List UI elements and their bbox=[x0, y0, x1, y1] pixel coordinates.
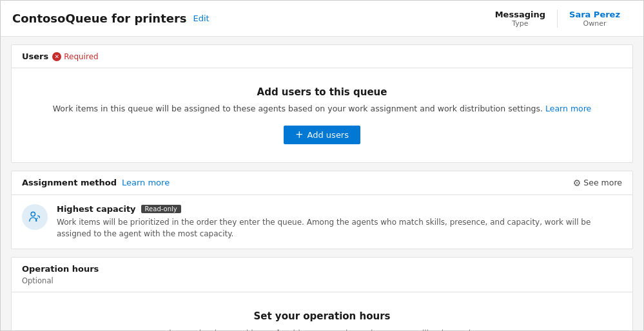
assignment-header-left: Assignment method Learn more bbox=[22, 178, 170, 187]
assignment-section-title: Assignment method bbox=[22, 178, 117, 187]
users-learn-more-link[interactable]: Learn more bbox=[545, 104, 591, 113]
assignment-info: Highest capacity Read-only Work items wi… bbox=[57, 204, 622, 240]
meta-type-label: Type bbox=[495, 19, 545, 28]
assignment-icon-box bbox=[22, 204, 48, 230]
assignment-body: Highest capacity Read-only Work items wi… bbox=[12, 195, 632, 249]
page-title: ContosoQueue for printers bbox=[12, 12, 187, 25]
see-more-link[interactable]: ⚙ See more bbox=[573, 178, 622, 188]
header-meta-type: Messaging Type bbox=[483, 10, 557, 28]
op-section-body: Set your operation hours Choose the days… bbox=[12, 292, 632, 330]
meta-owner-label: Owner bbox=[569, 19, 620, 28]
meta-type-value: Messaging bbox=[495, 10, 545, 19]
required-icon: ✕ bbox=[52, 52, 61, 61]
assignment-method-icon bbox=[28, 210, 42, 224]
operation-hours-section: Operation hours Optional Set your operat… bbox=[11, 257, 633, 330]
assignment-learn-more-link[interactable]: Learn more bbox=[122, 178, 170, 187]
required-label: Required bbox=[64, 52, 98, 61]
page-header: ContosoQueue for printers Edit Messaging… bbox=[1, 1, 643, 37]
add-users-button-label: Add users bbox=[307, 130, 349, 140]
header-left: ContosoQueue for printers Edit bbox=[12, 12, 210, 25]
op-section-title: Operation hours bbox=[22, 264, 99, 274]
header-meta-owner: Sara Perez Owner bbox=[557, 10, 632, 28]
add-users-plus-icon: + bbox=[295, 130, 304, 140]
edit-link[interactable]: Edit bbox=[193, 14, 210, 23]
op-optional-label: Optional bbox=[12, 276, 632, 292]
readonly-badge: Read-only bbox=[141, 205, 181, 213]
op-body-desc: Choose the days and hours for this queue… bbox=[155, 327, 490, 330]
op-body-title: Set your operation hours bbox=[22, 310, 622, 322]
page-content: Users ✕ Required Add users to this queue… bbox=[1, 37, 643, 330]
assignment-desc: Work items will be prioritized in the or… bbox=[57, 216, 622, 240]
assignment-name-row: Highest capacity Read-only bbox=[57, 204, 622, 214]
svg-point-0 bbox=[31, 212, 35, 216]
page-frame: ContosoQueue for printers Edit Messaging… bbox=[0, 0, 644, 331]
add-users-desc-text: Work items in this queue will be assigne… bbox=[53, 104, 543, 113]
op-section-header: Operation hours bbox=[12, 258, 632, 276]
users-section-header: Users ✕ Required bbox=[12, 45, 632, 68]
users-section-body: Add users to this queue Work items in th… bbox=[12, 68, 632, 162]
add-users-desc: Work items in this queue will be assigne… bbox=[22, 103, 622, 115]
meta-owner-value: Sara Perez bbox=[569, 10, 620, 19]
header-right: Messaging Type Sara Perez Owner bbox=[483, 10, 632, 28]
users-section-title: Users bbox=[22, 52, 48, 61]
op-desc-line1: Choose the days and hours for this queue… bbox=[164, 328, 481, 330]
assignment-section: Assignment method Learn more ⚙ See more bbox=[11, 171, 633, 249]
users-required-badge: ✕ Required bbox=[52, 52, 98, 61]
add-users-button[interactable]: + Add users bbox=[284, 126, 360, 144]
assignment-name: Highest capacity bbox=[57, 204, 136, 214]
gear-icon: ⚙ bbox=[573, 178, 581, 188]
see-more-label: See more bbox=[583, 178, 622, 187]
users-section: Users ✕ Required Add users to this queue… bbox=[11, 44, 633, 163]
assignment-section-header: Assignment method Learn more ⚙ See more bbox=[12, 171, 632, 195]
add-users-title: Add users to this queue bbox=[22, 86, 622, 98]
